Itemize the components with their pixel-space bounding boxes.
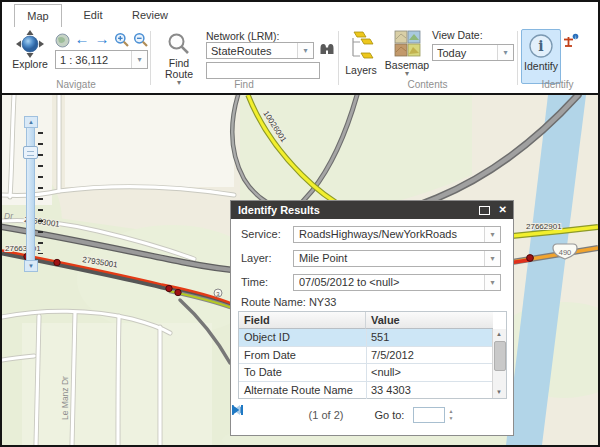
slider-scale-ticks [38, 132, 43, 254]
network-lrm-combobox[interactable]: StateRoutes ▾ [206, 42, 314, 59]
group-label-contents: Contents [338, 79, 517, 91]
route-name-label: Route Name: [241, 296, 306, 308]
view-date-label: View Date: [432, 29, 483, 41]
next-extent-button[interactable]: → [93, 32, 111, 46]
basemap-button[interactable]: Basemap ▾ [384, 30, 430, 77]
maximize-icon[interactable] [479, 206, 490, 215]
zoom-in-button[interactable] [113, 32, 130, 50]
add-route-event-button[interactable]: i [562, 33, 580, 51]
arrow-left-icon: ← [75, 30, 90, 47]
value-cell: <null> [366, 364, 496, 381]
tab-review[interactable]: Review [124, 4, 176, 26]
service-combobox[interactable]: RoadsHighways/NewYorkRoads ▾ [293, 226, 501, 243]
previous-extent-button[interactable]: ← [73, 32, 91, 46]
map-canvas[interactable]: 490 3 27663001 27663101 27935001 2766290… [2, 93, 598, 447]
service-label: Service: [241, 228, 281, 240]
street-label-dr: Dr [4, 211, 14, 221]
chevron-down-icon[interactable]: ▾ [484, 251, 500, 266]
group-label-navigate: Navigate [2, 79, 150, 91]
chevron-down-icon[interactable]: ▾ [297, 43, 313, 58]
zoom-out-icon [133, 32, 149, 48]
slider-zoom-out-button[interactable]: ▼ [24, 260, 38, 272]
column-header-value[interactable]: Value [366, 312, 493, 329]
arrow-right-icon: → [95, 30, 110, 47]
table-scrollbar[interactable]: ▲ ▼ [492, 329, 506, 398]
group-separator [517, 31, 518, 85]
chevron-down-icon[interactable]: ▾ [484, 227, 500, 242]
tab-edit[interactable]: Edit [72, 4, 114, 26]
shield-number-label: 490 [559, 248, 572, 257]
view-date-value: Today [437, 46, 495, 61]
scrollbar-thumb[interactable] [494, 341, 506, 371]
spin-up-icon[interactable]: ▲ [448, 409, 453, 414]
table-row[interactable]: Alternate Route Name 33 4303 [239, 382, 493, 400]
goto-page-input[interactable] [413, 407, 445, 423]
explore-button[interactable]: Explore [8, 30, 52, 70]
view-date-combobox[interactable]: Today ▾ [432, 44, 514, 61]
scroll-down-icon[interactable]: ▼ [493, 387, 505, 398]
results-pager: (1 of 2) Go to: ▲ ▼ [231, 404, 513, 426]
find-route-label: Find Route [162, 58, 196, 80]
close-icon[interactable]: ✕ [499, 203, 507, 217]
time-combobox[interactable]: 07/05/2012 to <null> ▾ [293, 274, 501, 291]
street-label-le-manz-dr: Le Manz Dr [60, 376, 70, 420]
value-cell: 7/5/2012 [366, 347, 496, 364]
explore-label: Explore [8, 58, 52, 70]
goto-spinner[interactable]: ▲ ▼ [448, 409, 453, 421]
layers-button[interactable]: Layers [342, 30, 380, 76]
zoom-out-button[interactable] [132, 32, 149, 50]
add-info-tool-icon: i [563, 33, 579, 49]
scroll-up-icon[interactable]: ▲ [493, 329, 505, 340]
route-name-input[interactable] [206, 62, 320, 79]
zoom-in-icon [114, 32, 130, 48]
layer-label: Layer: [241, 252, 272, 264]
group-label-find: Find [150, 79, 338, 91]
time-label: Time: [241, 276, 268, 288]
group-label-identify: Identify [517, 79, 598, 91]
triangle-up-icon: ▲ [28, 119, 34, 125]
search-routes-button[interactable] [318, 42, 336, 59]
table-row[interactable]: From Date 7/5/2012 [239, 347, 493, 365]
layer-combobox[interactable]: Mile Point ▾ [293, 250, 501, 267]
binoculars-icon [319, 42, 335, 57]
dialog-title-bar[interactable]: Identify Results ✕ [231, 201, 513, 219]
spin-down-icon[interactable]: ▼ [448, 416, 453, 421]
chevron-down-icon[interactable]: ▾ [484, 275, 500, 290]
field-cell: Alternate Route Name [239, 382, 367, 399]
chevron-down-icon: ▾ [384, 71, 430, 77]
attributes-table: Field Value Object ID 551 From Date 7/5/… [238, 311, 507, 399]
svg-text:i: i [538, 38, 543, 54]
dialog-title: Identify Results [238, 204, 320, 216]
group-separator [338, 31, 339, 85]
group-separator [150, 31, 151, 85]
identify-label: Identify [522, 60, 560, 72]
layer-value: Mile Point [299, 251, 482, 265]
identify-results-dialog: Identify Results ✕ Service: RoadsHighway… [230, 200, 514, 436]
map-scale-value: 1 : 36,112 [60, 52, 129, 69]
ribbon-tab-bar: Map Edit Review [2, 2, 598, 28]
table-row[interactable]: Object ID 551 [239, 329, 493, 347]
route-name-row: Route Name: NY33 [241, 296, 336, 308]
layers-tree-icon [347, 30, 375, 62]
chevron-down-icon[interactable]: ▾ [497, 45, 513, 60]
identify-button[interactable]: i Identify [521, 29, 561, 84]
map-scale-combobox[interactable]: 1 : 36,112 ▾ [55, 50, 148, 69]
full-extent-button[interactable] [54, 33, 70, 49]
field-cell: From Date [239, 347, 367, 364]
value-cell: 551 [366, 329, 496, 346]
tab-map[interactable]: Map [14, 4, 62, 28]
explore-sphere-icon [16, 30, 44, 58]
table-row[interactable]: To Date <null> [239, 364, 493, 382]
field-cell: Object ID [239, 329, 367, 346]
column-header-field[interactable]: Field [239, 312, 366, 329]
network-lrm-value: StateRoutes [211, 44, 295, 59]
time-value: 07/05/2012 to <null> [299, 275, 482, 289]
route-name-value: NY33 [309, 296, 337, 308]
page-count-text: (1 of 2) [309, 409, 344, 421]
find-route-button[interactable]: Find Route ▾ [158, 32, 200, 86]
slider-handle[interactable] [23, 146, 38, 159]
find-route-magnifier-icon [167, 32, 191, 56]
network-lrm-label: Network (LRM): [206, 30, 280, 42]
goto-label: Go to: [374, 409, 404, 421]
chevron-down-icon[interactable]: ▾ [131, 51, 147, 68]
